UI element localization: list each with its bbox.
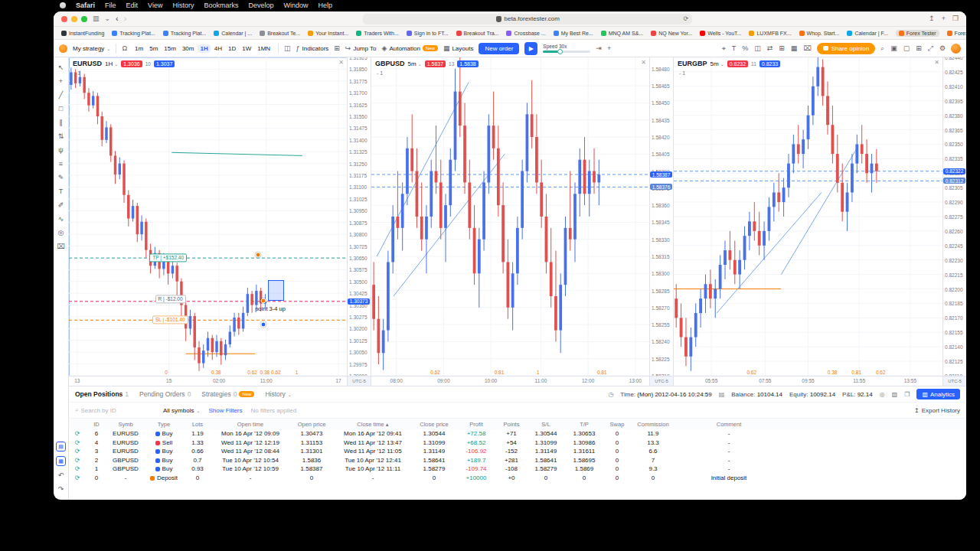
windows-icon[interactable]: ❐: [904, 391, 910, 398]
chart-timeframe[interactable]: 5m⌄: [710, 60, 724, 67]
next-bar-icon[interactable]: ⇥: [596, 45, 602, 52]
restore-chart-icon[interactable]: ⟳: [75, 430, 80, 437]
column-header-comment[interactable]: Comment: [675, 419, 782, 429]
restore-chart-icon[interactable]: ⟳: [75, 439, 80, 446]
layouts-button[interactable]: ▦ Layouts: [443, 45, 474, 52]
timeframe-30m[interactable]: 30m: [180, 44, 197, 53]
crosshair-tool[interactable]: +: [56, 77, 67, 86]
sell-price-badge[interactable]: 1.5837: [425, 60, 446, 67]
visibility-tool[interactable]: ◎: [56, 228, 67, 237]
price-scale[interactable]: 1.582101.582251.582401.582551.582701.582…: [649, 57, 673, 376]
chevron-down-icon[interactable]: ⌄: [105, 15, 111, 22]
forextester-logo[interactable]: [59, 44, 67, 53]
text-tool[interactable]: T: [56, 187, 67, 196]
menu-item-view[interactable]: View: [148, 2, 162, 9]
bookmark-item[interactable]: Calendar | ...: [214, 31, 252, 36]
bookmark-item[interactable]: NQ New Yor...: [651, 31, 692, 36]
search-icon[interactable]: ⌕: [880, 45, 884, 52]
slider-knob[interactable]: [557, 49, 563, 54]
symbols-filter-dropdown[interactable]: All symbols ⌄: [163, 407, 200, 414]
menu-item-bookmarks[interactable]: Bookmarks: [204, 2, 238, 9]
symbol-label[interactable]: EURUSD: [73, 60, 102, 67]
bookmark-item[interactable]: Tracking Plat...: [163, 31, 206, 36]
settings-icon[interactable]: ⚙: [939, 45, 946, 52]
visibility-icon[interactable]: ◎: [880, 391, 885, 398]
text-cursor-icon[interactable]: T: [732, 45, 737, 52]
restore-chart-icon[interactable]: ⟳: [75, 474, 80, 481]
menu-item-file[interactable]: File: [105, 2, 116, 9]
chart-canvas[interactable]: 00.380.620.380.621TP | +$152.40R | -$12.…: [69, 57, 347, 376]
user-avatar[interactable]: [951, 44, 961, 54]
new-tab-icon[interactable]: +: [942, 15, 946, 22]
bookmark-item[interactable]: LUXMFB FX...: [749, 31, 791, 36]
share-icon[interactable]: ↥: [929, 15, 935, 22]
bookmark-item[interactable]: Crossbase ...: [506, 31, 545, 36]
rectangle-tool[interactable]: □: [56, 104, 67, 113]
column-header-t-p[interactable]: T/P: [565, 419, 603, 429]
jump-to-button[interactable]: ↪ Jump To: [345, 45, 377, 52]
timeframe-4h[interactable]: 4H: [212, 44, 224, 53]
bookmark-item[interactable]: My Best Re...: [554, 31, 593, 36]
table-row[interactable]: ⟳1GBPUSDBuy0.93Tue 10 Apr '12 10:591.583…: [69, 465, 966, 474]
tab-strategies[interactable]: Strategies0New: [201, 390, 254, 398]
column-header-commission[interactable]: Commission: [631, 419, 675, 429]
tab-overview-icon[interactable]: ❐: [952, 15, 959, 22]
search-input[interactable]: ⌕ Search by ID: [75, 406, 155, 414]
bookmark-item[interactable]: Whop. Start...: [799, 31, 840, 36]
restore-chart-icon[interactable]: ⟳: [75, 465, 80, 472]
menu-item-help[interactable]: Help: [318, 2, 332, 9]
close-window-button[interactable]: [61, 16, 67, 22]
menu-item-history[interactable]: History: [172, 2, 194, 9]
monitor-icon[interactable]: ▢: [903, 45, 910, 52]
menu-item-safari[interactable]: Safari: [76, 2, 95, 9]
table-row[interactable]: ⟳3EURUSDBuy0.66Wed 11 Apr '12 08:441.313…: [69, 447, 966, 456]
column-header-s-l[interactable]: S/L: [527, 419, 565, 429]
chart-close-icon[interactable]: ✕: [934, 59, 939, 66]
journal-icon[interactable]: ▧: [892, 391, 898, 398]
zoom-window-button[interactable]: [81, 16, 87, 22]
brush-tool[interactable]: ✐: [56, 201, 67, 210]
menu-item-edit[interactable]: Edit: [126, 2, 139, 9]
bookmark-item[interactable]: Sign in to FT...: [407, 31, 449, 36]
delete-drawings-tool[interactable]: ⌧: [56, 242, 67, 251]
selection-box[interactable]: [268, 280, 285, 301]
back-icon[interactable]: ‹: [116, 15, 119, 23]
column-header-id[interactable]: ID: [86, 419, 107, 429]
forward-icon[interactable]: ›: [124, 15, 127, 23]
table-row[interactable]: ⟳0-Deposit0-0-0+10000+00000Initial depos…: [69, 474, 966, 483]
grid-layout-icon[interactable]: ⊞: [779, 45, 785, 52]
drag-handle[interactable]: [261, 322, 266, 328]
timeframe-1d[interactable]: 1D: [226, 44, 238, 53]
tab-open-positions[interactable]: Open Positions1: [75, 390, 129, 398]
eraser-icon[interactable]: ⌧: [803, 45, 811, 52]
timeframe-15m[interactable]: 15m: [162, 44, 178, 53]
table-row[interactable]: ⟳6EURUSDBuy1.19Mon 16 Apr '12 09:091.304…: [69, 429, 966, 439]
tab-pending-orders[interactable]: Pending Orders0: [139, 390, 191, 398]
column-header-lots[interactable]: Lots: [184, 419, 211, 429]
redo-icon[interactable]: ↷: [56, 484, 67, 494]
timeframe-1m[interactable]: 1m: [132, 44, 145, 53]
time-axis[interactable]: 08:0009:0010:0011:0012:0013:00: [371, 376, 649, 386]
pitchfork-tool[interactable]: ψ: [56, 145, 67, 155]
column-header-close-price[interactable]: Close price: [412, 419, 456, 429]
minimize-window-button[interactable]: [71, 16, 77, 22]
reload-icon[interactable]: ⟳: [684, 15, 689, 22]
curve-tool[interactable]: ∿: [56, 214, 67, 223]
drag-handle[interactable]: [261, 298, 266, 304]
time-axis[interactable]: 05:5507:5509:5511:5513:55: [674, 376, 942, 386]
compare-icon[interactable]: ⇄: [767, 45, 773, 52]
bookmark-item[interactable]: Forex Tester: [896, 30, 939, 37]
add-bar-icon[interactable]: +: [607, 45, 611, 52]
column-header-open-price[interactable]: Open price: [289, 419, 334, 429]
chart-close-icon[interactable]: ✕: [338, 59, 344, 66]
time-axis[interactable]: 131502:0011:0017: [69, 376, 347, 386]
bookmark-item[interactable]: Breakout Tra...: [456, 31, 499, 36]
timeframe-1w[interactable]: 1W: [240, 44, 253, 53]
notes-panel-icon[interactable]: ▤: [56, 442, 66, 452]
grid-icon[interactable]: ⊞: [334, 45, 340, 52]
pencil-tool[interactable]: ✎: [56, 173, 67, 182]
analytics-button[interactable]: ▥ Analytics: [916, 389, 960, 399]
show-filters-link[interactable]: Show Filters: [208, 407, 242, 414]
percent-scale-icon[interactable]: %: [742, 45, 748, 52]
fibonacci-tool[interactable]: ≡: [56, 159, 67, 168]
